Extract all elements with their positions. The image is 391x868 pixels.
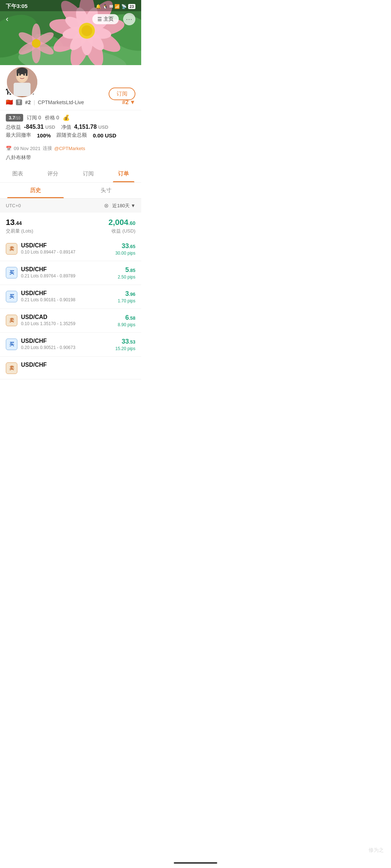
profit-row: 总收益 -845.31 USD 净值 4,151.78 USD <box>6 124 135 131</box>
trade-pair: USD/CHF <box>21 242 75 249</box>
trade-type-badge: 卖 <box>6 362 17 374</box>
max-drawdown-label: 最大回撤率 <box>6 132 31 139</box>
filter-icon[interactable]: ⊗ <box>104 202 109 209</box>
main-tabs: 图表 评分 订阅 订单 <box>0 165 141 183</box>
trade-info: USD/CHF 0.20 Lots 0.90521 - 0.90673 <box>21 338 75 350</box>
trade-left: 卖 USD/CHF 0.10 Lots 0.89447 - 0.89147 <box>6 242 75 255</box>
trade-pair: USD/CAD <box>21 314 75 320</box>
trade-right: 6.58 8.90 pips <box>118 314 135 327</box>
filter-days[interactable]: 近180天 ▼ <box>112 203 135 209</box>
bio-text: 八卦布林带 <box>6 154 31 160</box>
follow-funds-label: 跟随资金总额 <box>56 132 87 139</box>
trade-item[interactable]: 卖 USD/CHF <box>0 357 141 379</box>
sub-tab-position[interactable]: 头寸 <box>71 183 141 198</box>
trade-right: 5.85 2.50 pips <box>118 266 135 280</box>
trade-item[interactable]: 卖 USD/CAD 0.10 Lots 1.35170 - 1.35259 6.… <box>0 309 141 333</box>
wifi-icon: 📡 <box>121 4 127 9</box>
trade-info: USD/CHF 0.10 Lots 0.89447 - 0.89147 <box>21 242 75 255</box>
total-profit: 2,004.60 <box>108 218 135 227</box>
sub-tab-history[interactable]: 历史 <box>0 183 71 198</box>
trade-info: USD/CAD 0.10 Lots 1.35170 - 1.35259 <box>21 314 75 326</box>
trade-pips: 1.70 pips <box>118 298 135 303</box>
tab-subscribe-label: 订阅 <box>83 170 94 176</box>
net-value-label: 净值 4,151.78 USD <box>61 124 109 131</box>
subscribe-count: 订阅 0 <box>27 115 41 121</box>
trade-item[interactable]: 卖 USD/CHF 0.10 Lots 0.89447 - 0.89147 33… <box>0 237 141 261</box>
menu-icon: ☰ <box>97 16 102 22</box>
trade-pair: USD/CHF <box>21 362 47 368</box>
more-icon: ··· <box>126 16 133 23</box>
date-section: 📅 09 Nov 2021 连接 @CPTMarkets <box>0 141 141 153</box>
more-button[interactable]: ··· <box>123 13 135 25</box>
subscribe-button[interactable]: 订阅 <box>109 88 135 100</box>
profile-section: 订阅 修为之 🇨🇳 T #2 | CPTMarketsLtd-Live #2 ▼ <box>0 84 141 110</box>
trade-item[interactable]: 买 USD/CHF 0.21 Lots 0.89764 - 0.89789 5.… <box>0 261 141 285</box>
home-button[interactable]: ☰ 主页 <box>92 14 119 24</box>
tab-orders[interactable]: 订单 <box>106 165 142 182</box>
trade-pair: USD/CHF <box>21 266 75 273</box>
volume-decimal: .44 <box>14 220 21 226</box>
trade-type-badge: 买 <box>6 267 17 278</box>
sub-tabs: 历史 头寸 <box>0 183 141 199</box>
trade-item[interactable]: 买 USD/CHF 0.20 Lots 0.90521 - 0.90673 33… <box>0 333 141 357</box>
trade-info: USD/CHF 0.21 Lots 0.90181 - 0.90198 <box>21 290 75 302</box>
status-time: 下午3:05 <box>6 3 28 10</box>
trade-left: 买 USD/CHF 0.20 Lots 0.90521 - 0.90673 <box>6 338 75 350</box>
rating-value: 3.7 <box>9 115 15 120</box>
tab-chart[interactable]: 图表 <box>0 165 35 182</box>
summary-row: 13.44 交易量 (Lots) 2,004.60 收益 (USD) <box>0 213 141 237</box>
status-bar: 下午3:05 🔔 🐧 ✉ 📶 📡 23 <box>0 0 141 11</box>
notification-icon: 🔔 <box>96 4 101 9</box>
summary-left: 13.44 交易量 (Lots) <box>6 218 33 234</box>
tab-subscribe[interactable]: 订阅 <box>71 165 106 182</box>
trade-detail: 0.10 Lots 0.89447 - 0.89147 <box>21 250 75 255</box>
net-value-value: 4,151.78 USD <box>72 124 108 130</box>
trade-profit-value: 5.85 <box>118 266 135 274</box>
sub-tab-history-label: 历史 <box>30 187 41 193</box>
trade-left: 卖 USD/CHF <box>6 362 47 374</box>
home-label: 主页 <box>104 16 114 22</box>
svg-point-32 <box>32 39 41 48</box>
chevron-down-icon: ▼ <box>131 203 135 208</box>
trade-profit-value: 33.53 <box>115 338 135 345</box>
trade-pair: USD/CHF <box>21 338 75 344</box>
trade-pips: 2.50 pips <box>118 275 135 280</box>
nav-right: ☰ 主页 ··· <box>92 13 135 25</box>
svg-rect-35 <box>14 83 31 96</box>
volume-integer: 13 <box>6 218 14 227</box>
connect-link[interactable]: @CPTMarkets <box>54 146 85 151</box>
svg-rect-41 <box>26 70 28 76</box>
trade-right: 33.53 15.20 pips <box>115 338 135 351</box>
rank-badge-t: T <box>16 99 22 105</box>
rank-number: #2 <box>25 99 31 105</box>
trade-detail: 0.21 Lots 0.89764 - 0.89789 <box>21 273 75 278</box>
trade-profit-value: 33.65 <box>115 242 135 250</box>
profit-label: 收益 (USD) <box>108 228 135 234</box>
sub-tab-position-label: 头寸 <box>101 187 112 193</box>
total-volume: 13.44 <box>6 218 33 227</box>
coin-icon: 💰 <box>63 114 70 121</box>
join-date: 09 Nov 2021 <box>14 146 41 151</box>
trade-detail: 0.21 Lots 0.90181 - 0.90198 <box>21 297 75 302</box>
back-button[interactable]: ‹ <box>6 14 8 24</box>
avatar-container <box>6 66 38 98</box>
trade-item[interactable]: 买 USD/CHF 0.21 Lots 0.90181 - 0.90198 3.… <box>0 285 141 309</box>
total-profit-label: 总收益 -845.31 USD <box>6 124 55 131</box>
trade-detail: 0.10 Lots 1.35170 - 1.35259 <box>21 321 75 326</box>
tab-rating[interactable]: 评分 <box>35 165 71 182</box>
drawdown-row: 最大回撤率 100% 跟随资金总额 0.00 USD <box>6 132 135 139</box>
trade-info: USD/CHF 0.21 Lots 0.89764 - 0.89789 <box>21 266 75 278</box>
rating-denom: /10 <box>15 116 20 120</box>
summary-right: 2,004.60 收益 (USD) <box>108 218 135 234</box>
mail-icon: ✉ <box>109 4 113 9</box>
status-icons: 🔔 🐧 ✉ 📶 📡 23 <box>96 4 135 9</box>
trade-list: 卖 USD/CHF 0.10 Lots 0.89447 - 0.89147 33… <box>0 237 141 379</box>
trade-right: 33.65 30.00 pips <box>115 242 135 256</box>
profit-integer: 2,004 <box>108 218 128 227</box>
trade-profit-value: 3.96 <box>118 290 135 298</box>
trade-type-badge: 卖 <box>6 243 17 255</box>
trade-left: 买 USD/CHF 0.21 Lots 0.90181 - 0.90198 <box>6 290 75 302</box>
avatar <box>6 66 38 98</box>
trade-right: 3.96 1.70 pips <box>118 290 135 303</box>
signal-icon: 📶 <box>114 4 120 9</box>
